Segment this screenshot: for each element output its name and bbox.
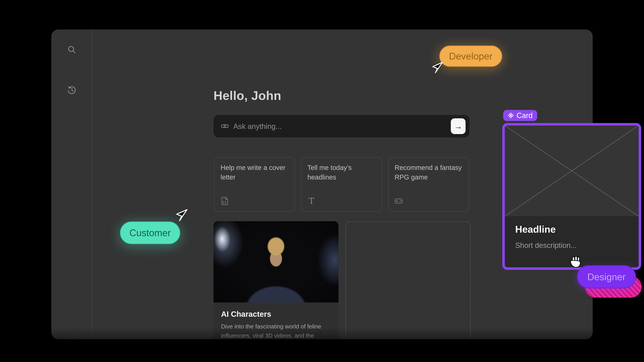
developer-role-label: Developer — [449, 51, 492, 62]
component-icon — [508, 112, 514, 118]
content-card-ai-characters[interactable]: AI Characters Dive into the fascinating … — [214, 221, 338, 339]
card-description: Short description... — [515, 241, 577, 250]
link-icon[interactable] — [221, 123, 229, 130]
designer-role-button[interactable]: Designer — [577, 265, 636, 289]
gamepad-icon — [394, 197, 403, 205]
svg-text:T: T — [309, 197, 314, 205]
suggestion-card-headlines[interactable]: Tell me today’s headlines T — [301, 157, 382, 212]
text-icon: T — [308, 197, 316, 205]
component-badge-label: Card — [516, 111, 532, 120]
search-icon[interactable] — [67, 45, 77, 55]
component-badge-card[interactable]: Card — [503, 110, 537, 121]
history-icon[interactable] — [67, 85, 77, 95]
designer-role-label: Designer — [587, 271, 626, 282]
suggestion-label: Tell me today’s headlines — [308, 163, 375, 182]
image-placeholder — [505, 125, 639, 216]
ask-bar: → — [214, 115, 470, 137]
suggestion-label: Recommend a fantasy RPG game — [394, 163, 462, 182]
developer-role-button[interactable]: Developer — [440, 45, 502, 67]
send-button[interactable]: → — [451, 118, 466, 134]
customer-role-label: Customer — [129, 227, 171, 238]
ask-input[interactable] — [233, 115, 440, 138]
document-icon — [220, 197, 228, 205]
content-card-title: AI Characters — [221, 310, 271, 319]
selected-card-component[interactable]: Headline Short description... — [502, 123, 641, 270]
content-card-description: Dive into the fascinating world of felin… — [221, 322, 332, 339]
suggestion-card-cover-letter[interactable]: Help me write a cover letter — [214, 157, 295, 212]
ai-characters-photo — [214, 221, 338, 303]
customer-role-button[interactable]: Customer — [120, 222, 180, 244]
suggestion-card-rpg-game[interactable]: Recommend a fantasy RPG game — [388, 157, 469, 212]
send-arrow-icon: → — [454, 122, 462, 131]
sidebar — [51, 29, 92, 339]
card-headline: Headline — [515, 224, 556, 235]
card-drop-placeholder[interactable] — [346, 222, 470, 339]
page-title: Hello, John — [214, 88, 281, 103]
suggestion-label: Help me write a cover letter — [220, 163, 288, 182]
